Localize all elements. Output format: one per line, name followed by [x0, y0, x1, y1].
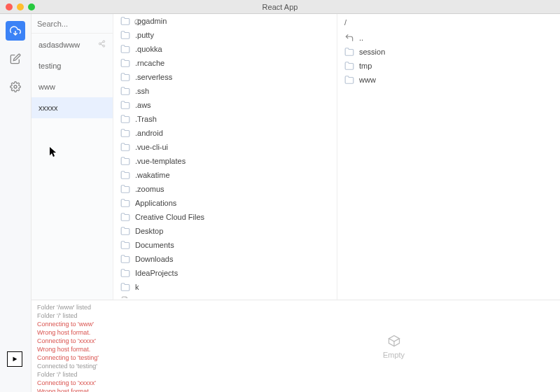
host-label: www — [38, 83, 55, 91]
file-item[interactable]: .Trash — [113, 112, 337, 126]
file-item[interactable]: .rncache — [113, 56, 337, 70]
file-name: tmp — [359, 62, 372, 70]
svg-point-0 — [14, 85, 17, 88]
file-item[interactable]: .vue-cli-ui — [113, 140, 337, 154]
edit-icon — [10, 53, 21, 64]
folder-icon — [120, 198, 130, 208]
folder-icon — [120, 282, 130, 292]
file-item[interactable]: libphp5.so — [113, 294, 337, 298]
file-item[interactable]: .ssh — [113, 84, 337, 98]
host-label: testing — [38, 62, 61, 70]
close-window-icon[interactable] — [6, 4, 13, 10]
file-name: .aws — [135, 101, 151, 109]
share-icon[interactable] — [98, 40, 106, 49]
file-name: .vue-cli-ui — [135, 143, 168, 151]
file-name: Documents — [135, 241, 174, 249]
file-item[interactable]: .vue-templates — [113, 154, 337, 168]
file-item[interactable]: .aws — [113, 98, 337, 112]
remote-path: / — [337, 14, 560, 31]
file-item[interactable]: IdeaProjects — [113, 266, 337, 280]
file-item[interactable]: .serverless — [113, 70, 337, 84]
file-item[interactable]: .wakatime — [113, 168, 337, 182]
svg-line-7 — [101, 42, 103, 43]
window-title: React App — [0, 3, 560, 11]
file-name: session — [359, 48, 385, 56]
folder-icon — [344, 61, 354, 71]
file-item[interactable]: k — [113, 280, 337, 294]
host-item[interactable]: asdasdwww — [31, 34, 113, 55]
file-name: Desktop — [135, 227, 163, 235]
back-item[interactable]: .. — [337, 31, 560, 45]
folder-icon — [120, 212, 130, 222]
log-line: Connecting to 'xxxxx' — [37, 379, 222, 387]
folder-icon — [120, 114, 130, 124]
file-item[interactable]: Desktop — [113, 224, 337, 238]
folder-icon — [120, 240, 130, 250]
back-label: .. — [359, 34, 363, 42]
svg-line-6 — [101, 44, 103, 46]
file-name: libphp5.so — [135, 297, 170, 298]
svg-point-4 — [99, 43, 101, 45]
folder-icon — [120, 170, 130, 180]
file-name: .wakatime — [135, 171, 170, 179]
host-item[interactable]: www — [31, 76, 113, 97]
minimize-window-icon[interactable] — [17, 4, 24, 10]
file-item[interactable]: Creative Cloud Files — [113, 210, 337, 224]
bottom-panel: Folder '/www' listedFolder '/' listedCon… — [31, 300, 560, 392]
file-item[interactable]: Documents — [113, 238, 337, 252]
file-name: Creative Cloud Files — [135, 213, 204, 221]
play-button[interactable] — [7, 351, 22, 367]
remote-file-list: ..sessiontmpwww — [337, 31, 560, 87]
file-item[interactable]: .quokka — [113, 42, 337, 56]
file-name: .quokka — [135, 45, 162, 53]
folder-icon — [120, 156, 130, 166]
folder-icon — [120, 268, 130, 278]
file-item[interactable]: Applications — [113, 196, 337, 210]
folder-icon — [120, 86, 130, 96]
folder-icon — [120, 226, 130, 236]
file-name: .putty — [135, 31, 154, 39]
file-name: k — [135, 283, 139, 291]
back-arrow-icon — [344, 33, 354, 43]
folder-icon — [120, 30, 130, 40]
file-item[interactable]: .zoomus — [113, 182, 337, 196]
file-item[interactable]: www — [337, 73, 560, 87]
host-item[interactable]: testing — [31, 55, 113, 76]
svg-point-3 — [103, 41, 105, 43]
file-item[interactable]: session — [337, 45, 560, 59]
empty-label: Empty — [383, 351, 405, 359]
folder-icon — [344, 75, 354, 85]
log-line: Folder '/www' listed — [37, 303, 222, 312]
activity-bar — [0, 14, 31, 392]
file-item[interactable]: Downloads — [113, 252, 337, 266]
file-item[interactable]: .pgadmin — [113, 14, 337, 28]
folder-icon — [344, 47, 354, 57]
host-item[interactable]: xxxxx — [31, 97, 113, 118]
file-name: .Trash — [135, 115, 157, 123]
transfer-queue-empty: Empty — [227, 300, 560, 392]
svg-marker-8 — [13, 357, 18, 362]
folder-icon — [120, 44, 130, 54]
edit-tab-button[interactable] — [6, 49, 25, 69]
file-name: .vue-templates — [135, 157, 186, 165]
folder-icon — [120, 254, 130, 264]
host-label: xxxxx — [38, 104, 58, 112]
folder-icon — [120, 72, 130, 82]
file-name: www — [359, 76, 376, 84]
file-item[interactable]: .android — [113, 126, 337, 140]
log-line: Wrong host format. — [37, 387, 222, 392]
log-line: Connecting to 'testing' — [37, 354, 222, 362]
file-item[interactable]: .putty — [113, 28, 337, 42]
log-line: Folder '/' listed — [37, 312, 222, 320]
cloud-tab-button[interactable] — [6, 21, 25, 41]
settings-tab-button[interactable] — [6, 77, 25, 97]
folder-icon — [120, 16, 130, 26]
svg-point-5 — [103, 45, 105, 47]
file-icon — [120, 296, 130, 298]
file-item[interactable]: tmp — [337, 59, 560, 73]
maximize-window-icon[interactable] — [28, 4, 35, 10]
log-line: Connected to 'testing' — [37, 362, 222, 370]
box-icon — [387, 334, 401, 348]
file-name: .serverless — [135, 73, 172, 81]
file-name: .zoomus — [135, 185, 164, 193]
